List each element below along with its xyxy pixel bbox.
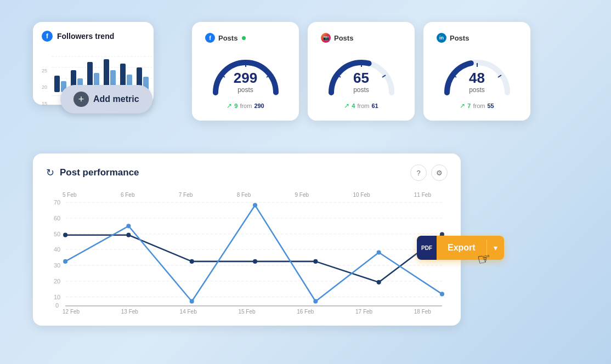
facebook-platform-icon: f xyxy=(205,33,215,43)
settings-button[interactable]: ⚙ xyxy=(431,164,448,181)
svg-text:40: 40 xyxy=(54,246,60,253)
post-performance-card: ↻ Post performance ? ⚙ 5 Feb 6 Feb 7 Feb… xyxy=(33,153,461,326)
svg-text:70: 70 xyxy=(54,199,60,206)
svg-point-49 xyxy=(190,299,194,304)
li-posts-unit: posts xyxy=(469,86,485,94)
trend-up-icon: ↗ xyxy=(227,102,232,110)
svg-point-51 xyxy=(313,299,318,304)
perf-title-group: ↻ Post performance xyxy=(46,167,139,179)
svg-point-41 xyxy=(126,233,131,237)
ig-gauge-text: 65 posts xyxy=(353,71,369,94)
ig-posts-unit: posts xyxy=(353,86,369,94)
performance-header: ↻ Post performance ? ⚙ xyxy=(46,164,448,181)
li-posts-count: 48 xyxy=(469,71,485,85)
li-gauge: 48 posts xyxy=(439,52,516,95)
svg-point-52 xyxy=(377,250,381,254)
help-button[interactable]: ? xyxy=(410,164,427,181)
svg-point-50 xyxy=(253,203,257,207)
ig-card-header: 📷 Posts xyxy=(321,33,353,43)
fb-change: 9 xyxy=(234,103,237,109)
svg-point-48 xyxy=(126,224,131,228)
instagram-platform-icon: 📷 xyxy=(321,33,331,43)
live-indicator xyxy=(242,36,246,40)
svg-point-53 xyxy=(440,292,444,296)
add-metric-button[interactable]: + Add metric xyxy=(60,85,152,113)
svg-text:0: 0 xyxy=(55,302,59,308)
plus-circle-icon: + xyxy=(73,92,89,107)
svg-text:60: 60 xyxy=(54,215,60,221)
facebook-icon: f xyxy=(42,31,53,42)
ig-posts-count: 65 xyxy=(353,71,369,85)
fb-base: 290 xyxy=(254,103,264,109)
ig-posts-label: Posts xyxy=(334,34,353,42)
bottom-x-labels: 12 Feb 13 Feb 14 Feb 15 Feb 16 Feb 17 Fe… xyxy=(46,308,448,315)
svg-text:50: 50 xyxy=(54,231,60,237)
pdf-badge: PDF xyxy=(417,236,437,260)
li-change: 7 xyxy=(467,103,471,109)
svg-point-47 xyxy=(63,259,67,264)
fb-posts-label: Posts xyxy=(218,34,237,42)
ig-change: 4 xyxy=(352,103,355,109)
li-posts-label: Posts xyxy=(450,34,469,42)
fb-posts-count: 299 xyxy=(234,71,257,85)
fb-card-header: f Posts xyxy=(205,33,246,43)
line-chart: 70 60 50 40 30 20 10 0 xyxy=(46,198,448,308)
main-container: f Followers trend 25 20 15 xyxy=(0,0,611,364)
followers-card-header: f Followers trend xyxy=(42,31,145,42)
svg-text:30: 30 xyxy=(54,262,60,269)
export-button[interactable]: PDF Export ▾ xyxy=(417,236,504,260)
svg-text:20: 20 xyxy=(54,278,60,285)
ig-trend-icon: ↗ xyxy=(344,102,349,110)
li-comparison: ↗ 7 from 55 xyxy=(460,102,494,110)
svg-point-43 xyxy=(253,259,257,264)
linkedin-posts-card: in Posts 48 posts ↗ 7 from xyxy=(423,22,530,121)
svg-point-42 xyxy=(190,259,194,264)
top-x-labels: 5 Feb 6 Feb 7 Feb 8 Feb 9 Feb 10 Feb 11 … xyxy=(46,190,448,198)
y-axis-labels: 25 20 15 xyxy=(42,68,47,106)
li-trend-icon: ↗ xyxy=(460,102,465,110)
li-card-header: in Posts xyxy=(437,33,469,43)
fb-from-label: from xyxy=(240,103,252,109)
ig-comparison: ↗ 4 from 61 xyxy=(344,102,378,110)
instagram-posts-card: 📷 Posts 65 posts ↗ 4 from xyxy=(308,22,415,121)
fb-comparison: ↗ 9 from 290 xyxy=(227,102,264,110)
performance-title: Post performance xyxy=(60,167,139,178)
fb-gauge: 299 posts xyxy=(207,52,284,95)
pdf-label: PDF xyxy=(421,245,432,251)
ig-from-label: from xyxy=(357,103,369,109)
performance-actions: ? ⚙ xyxy=(410,164,448,181)
svg-point-45 xyxy=(377,280,381,285)
li-gauge-text: 48 posts xyxy=(469,71,485,94)
svg-text:10: 10 xyxy=(54,294,60,300)
followers-title: Followers trend xyxy=(57,32,114,41)
posts-metrics-row: f Posts 299 posts xyxy=(192,22,530,121)
svg-rect-3 xyxy=(54,76,60,92)
svg-point-44 xyxy=(313,259,318,264)
fb-posts-unit: posts xyxy=(234,86,257,94)
performance-icon: ↻ xyxy=(46,167,54,179)
svg-point-40 xyxy=(63,233,67,237)
li-from-label: from xyxy=(473,103,485,109)
facebook-posts-card: f Posts 299 posts xyxy=(192,22,299,121)
li-base: 55 xyxy=(487,103,494,109)
add-metric-label: Add metric xyxy=(93,94,139,104)
ig-gauge: 65 posts xyxy=(323,52,400,95)
ig-base: 61 xyxy=(371,103,378,109)
linkedin-platform-icon: in xyxy=(437,33,446,43)
fb-gauge-text: 299 posts xyxy=(234,71,257,94)
